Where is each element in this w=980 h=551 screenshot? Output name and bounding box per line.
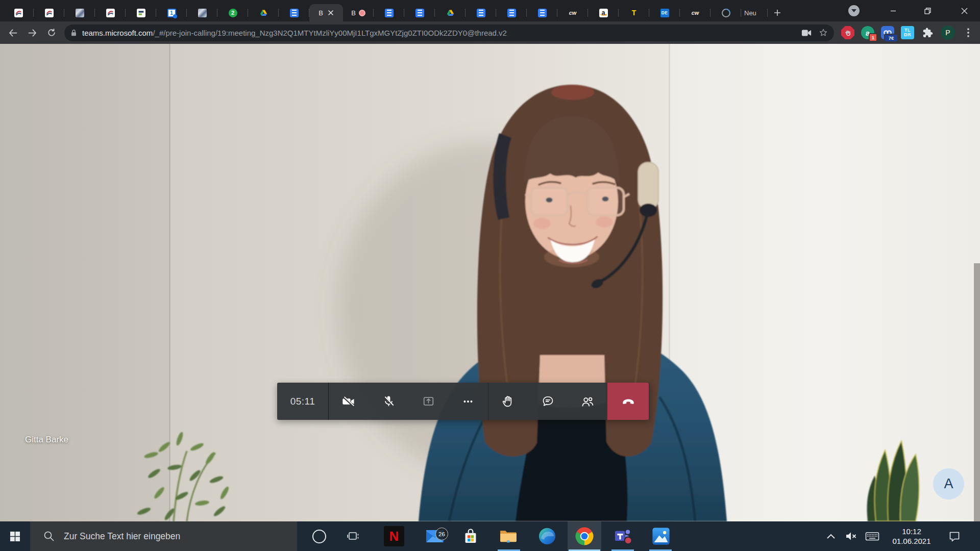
- tray-touch-keyboard[interactable]: [863, 521, 882, 551]
- browser-tab[interactable]: [527, 4, 557, 21]
- google-docs-favicon: [290, 9, 299, 17]
- browser-tab[interactable]: 2: [217, 4, 248, 21]
- chat-icon: [541, 394, 555, 408]
- telekom-favicon: T: [630, 9, 639, 17]
- share-screen-button[interactable]: [408, 383, 448, 420]
- browser-tab[interactable]: cw: [557, 4, 588, 21]
- de-favicon: DE: [660, 9, 669, 17]
- swoosh-favicon: [106, 9, 115, 17]
- participants-icon: [580, 394, 595, 409]
- task-view-button[interactable]: [344, 521, 363, 551]
- action-center-icon: [948, 531, 961, 542]
- browser-tab[interactable]: 1: [156, 4, 187, 21]
- window-close-button[interactable]: [948, 0, 980, 21]
- browser-tab[interactable]: [64, 4, 95, 21]
- browser-menu-icon[interactable]: [962, 26, 975, 39]
- cortana-button[interactable]: [310, 521, 328, 551]
- reload-button[interactable]: [42, 23, 61, 42]
- close-tab-icon[interactable]: [328, 10, 334, 16]
- new-tab-button[interactable]: [770, 5, 785, 20]
- browser-tab[interactable]: [95, 4, 126, 21]
- taskbar-photos[interactable]: [648, 521, 674, 551]
- browser-tab[interactable]: [187, 4, 217, 21]
- browser-tab[interactable]: [710, 4, 741, 21]
- cw-favicon: cw: [569, 9, 577, 17]
- tab-camera-in-use-icon[interactable]: [801, 29, 812, 37]
- taskbar-netflix[interactable]: N: [381, 521, 407, 551]
- cw-favicon: cw: [692, 9, 699, 17]
- address-bar[interactable]: teams.microsoft.com/_#/pre-join-calling/…: [64, 24, 834, 41]
- taskbar-teams[interactable]: [610, 521, 636, 551]
- adblock-icon[interactable]: [841, 26, 854, 39]
- netflix-icon: N: [389, 529, 399, 544]
- google-calendar-favicon: 1: [167, 9, 176, 17]
- browser-tab[interactable]: [465, 4, 496, 21]
- taskbar-mail[interactable]: 26: [422, 521, 448, 551]
- chat-button[interactable]: [528, 383, 568, 420]
- browser-tab[interactable]: a: [588, 4, 619, 21]
- taskbar-edge[interactable]: [534, 521, 560, 551]
- edge-icon: [538, 527, 556, 545]
- browser-tab[interactable]: [126, 4, 156, 21]
- action-center-button[interactable]: [944, 521, 965, 551]
- browser-tab[interactable]: T: [619, 4, 649, 21]
- browser-tab-new-page[interactable]: Neu: [741, 4, 768, 21]
- tray-volume-muted[interactable]: [842, 521, 861, 551]
- tldr-extension-icon[interactable]: TLDR: [901, 26, 914, 39]
- image-favicon: [198, 9, 207, 17]
- browser-tab[interactable]: [248, 4, 279, 21]
- participant-name-label: Gitta Barke: [25, 435, 68, 445]
- taskbar-store[interactable]: [458, 521, 483, 551]
- calendar-day-number: 1: [170, 10, 173, 16]
- taskbar-search-input[interactable]: [30, 521, 297, 551]
- more-options-button[interactable]: [448, 383, 488, 420]
- tray-show-hidden-icons[interactable]: [823, 521, 839, 551]
- file-explorer-icon: [499, 529, 518, 544]
- back-button[interactable]: [3, 23, 22, 42]
- raise-hand-button[interactable]: [488, 383, 528, 420]
- taskbar-file-explorer[interactable]: [496, 521, 521, 551]
- browser-tab[interactable]: [435, 4, 465, 21]
- news-page-favicon: [137, 9, 145, 17]
- google-docs-favicon: [477, 9, 485, 17]
- ring-logo-favicon: [722, 9, 730, 17]
- hang-up-button[interactable]: [607, 383, 649, 420]
- extension-badge: 7€: [884, 34, 898, 42]
- tray-clock[interactable]: 10:12 01.06.2021: [887, 521, 937, 551]
- browser-tab-active[interactable]: B: [309, 4, 343, 21]
- desktop-screen: 1 2 B B cw a T DE cw Neu: [0, 0, 980, 551]
- participants-button[interactable]: [568, 383, 607, 420]
- browser-tab[interactable]: [374, 4, 404, 21]
- browser-profile-avatar[interactable]: P: [941, 26, 955, 40]
- taskbar-chrome[interactable]: [572, 521, 597, 551]
- browser-tab[interactable]: [279, 4, 309, 21]
- forward-button[interactable]: [22, 23, 42, 42]
- browser-tab-recording[interactable]: B: [343, 4, 374, 21]
- camera-toggle-button[interactable]: [329, 383, 369, 420]
- shopping-extension-icon[interactable]: 7€: [881, 26, 894, 39]
- window-restore-button[interactable]: [913, 0, 942, 21]
- mic-off-icon: [382, 394, 396, 408]
- browser-tab[interactable]: cw: [680, 4, 710, 21]
- avatar-initial: A: [944, 476, 953, 492]
- browser-tab[interactable]: [496, 4, 527, 21]
- clock-date: 01.06.2021: [892, 536, 930, 546]
- browser-tab[interactable]: DE: [649, 4, 680, 21]
- browser-tab[interactable]: [34, 4, 64, 21]
- tab-search-button[interactable]: [848, 5, 860, 16]
- window-minimize-button[interactable]: [879, 0, 908, 21]
- extensions-puzzle-icon[interactable]: [921, 26, 934, 39]
- swoosh-favicon: [14, 9, 23, 17]
- mic-toggle-button[interactable]: [369, 383, 408, 420]
- hang-up-icon: [620, 393, 636, 410]
- google-docs-favicon: [415, 9, 424, 17]
- amazon-favicon: a: [599, 9, 608, 17]
- browser-tab[interactable]: [3, 4, 34, 21]
- raise-hand-icon: [501, 394, 515, 408]
- browser-tab[interactable]: [404, 4, 435, 21]
- bookmark-star-icon[interactable]: [819, 28, 828, 37]
- amazon-assistant-icon[interactable]: a1: [861, 26, 874, 39]
- recording-tab-title: B: [351, 9, 356, 17]
- start-button[interactable]: [0, 521, 30, 551]
- user-avatar[interactable]: A: [933, 468, 964, 499]
